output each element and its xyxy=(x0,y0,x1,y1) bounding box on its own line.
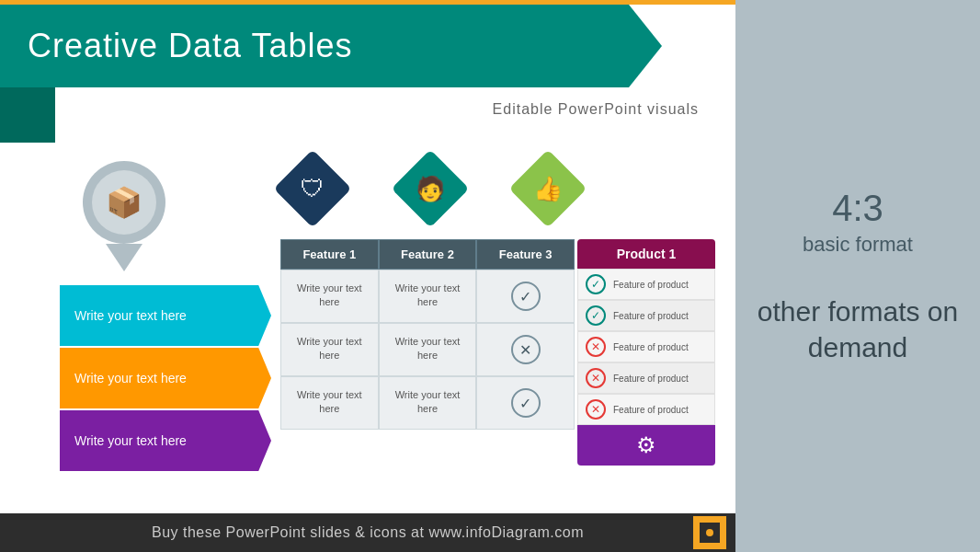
check-icon-2: ✓ xyxy=(511,388,541,418)
check-icon-1: ✓ xyxy=(511,282,541,311)
product-check-1: ✓ xyxy=(586,274,606,294)
footer-icon-box xyxy=(693,516,726,549)
pin-outer: 📦 xyxy=(83,161,165,244)
td-2-3: ✕ xyxy=(476,323,575,376)
table-row-2: Write your text here Write your text her… xyxy=(280,323,575,376)
product-feature-4: Feature of product xyxy=(613,373,689,385)
diamonds-row: 🛡 🧑 👍 xyxy=(285,161,575,216)
box-icon: 📦 xyxy=(106,185,142,220)
x-icon-1: ✕ xyxy=(511,335,541,364)
diamond-lime: 👍 xyxy=(509,150,587,228)
product-row-1: ✓ Feature of product xyxy=(577,269,715,300)
td-1-3: ✓ xyxy=(476,270,575,323)
product-row-4: ✕ Feature of product xyxy=(577,362,715,394)
td-2-1: Write your text here xyxy=(280,323,379,376)
th-feature2: Feature 2 xyxy=(379,239,477,270)
product-row-5: ✕ Feature of product xyxy=(577,394,715,425)
th-feature1: Feature 1 xyxy=(280,239,379,270)
product-x-2: ✕ xyxy=(586,368,606,388)
product-x-3: ✕ xyxy=(586,399,606,420)
shield-icon: 🛡 xyxy=(301,175,325,203)
table-row-3: Write your text here Write your text her… xyxy=(280,376,575,430)
thumbsup-icon: 👍 xyxy=(533,175,563,203)
th-feature3: Feature 3 xyxy=(476,239,575,270)
footer-icon-dot xyxy=(706,529,713,536)
pin-inner: 📦 xyxy=(92,170,156,235)
sidebar: 4:3 basic format other formats on demand xyxy=(735,0,980,552)
sidebar-format: basic format xyxy=(803,233,913,257)
sidebar-ratio: 4:3 xyxy=(832,188,883,229)
product-feature-3: Feature of product xyxy=(613,341,689,353)
row-label-1[interactable]: Write your text here xyxy=(60,285,271,346)
diamond-3: 👍 xyxy=(520,161,575,216)
diamond-teal: 🧑 xyxy=(392,150,470,228)
td-3-2: Write your text here xyxy=(379,376,477,430)
diamond-navy: 🛡 xyxy=(274,150,352,228)
person-icon: 🧑 xyxy=(416,175,445,203)
product-gear: ⚙ xyxy=(577,425,715,466)
main-area: Creative Data Tables Editable PowerPoint… xyxy=(0,0,735,552)
td-3-1: Write your text here xyxy=(280,376,379,430)
pin-tail xyxy=(106,244,142,271)
product-column: Product 1 ✓ Feature of product ✓ Feature… xyxy=(577,239,715,466)
product-row-2: ✓ Feature of product xyxy=(577,300,715,331)
product-feature-5: Feature of product xyxy=(613,404,689,416)
top-border xyxy=(0,0,735,5)
footer-text: Buy these PowerPoint slides & icons at w… xyxy=(152,524,584,541)
table-header-row: Feature 1 Feature 2 Feature 3 xyxy=(280,239,575,270)
footer: Buy these PowerPoint slides & icons at w… xyxy=(0,513,735,552)
feature-table: Feature 1 Feature 2 Feature 3 Write your… xyxy=(280,239,575,430)
product-feature-2: Feature of product xyxy=(613,310,689,322)
product-row-3: ✕ Feature of product xyxy=(577,331,715,362)
table-row-1: Write your text here Write your text her… xyxy=(280,270,575,323)
location-pin: 📦 xyxy=(83,161,165,271)
td-3-3: ✓ xyxy=(476,376,575,430)
banner: Creative Data Tables xyxy=(0,5,662,87)
row-label-3[interactable]: Write your text here xyxy=(60,410,271,471)
td-2-2: Write your text here xyxy=(379,323,477,376)
banner-title: Creative Data Tables xyxy=(28,27,353,65)
td-1-1: Write your text here xyxy=(280,270,379,323)
product-feature-1: Feature of product xyxy=(613,279,689,291)
sidebar-other: other formats on demand xyxy=(754,293,962,365)
corner-block xyxy=(0,87,55,143)
row-labels: Write your text here Write your text her… xyxy=(60,285,271,473)
product-x-1: ✕ xyxy=(586,337,606,357)
footer-icon-inner xyxy=(700,523,720,543)
diamond-2: 🧑 xyxy=(403,161,458,216)
gear-icon: ⚙ xyxy=(636,432,656,458)
product-header: Product 1 xyxy=(577,239,715,269)
td-1-2: Write your text here xyxy=(379,270,477,323)
subtitle: Editable PowerPoint visuals xyxy=(493,101,699,118)
product-check-2: ✓ xyxy=(586,305,606,326)
row-label-2[interactable]: Write your text here xyxy=(60,348,271,408)
diamond-1: 🛡 xyxy=(285,161,340,216)
